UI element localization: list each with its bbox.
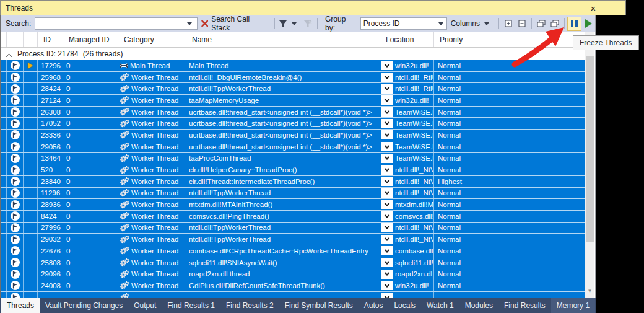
tab-memory-1[interactable]: Memory 1: [551, 298, 595, 313]
group-by-dropdown-icon[interactable]: [438, 22, 443, 25]
tab-threads[interactable]: Threads: [1, 298, 40, 313]
location-dropdown[interactable]: [381, 211, 393, 221]
expand-groups-button[interactable]: [502, 17, 515, 30]
reset-filter-button[interactable]: [301, 17, 315, 30]
flag-icon[interactable]: [11, 200, 20, 209]
header-managed-id[interactable]: Managed ID: [63, 32, 118, 47]
location-dropdown[interactable]: [381, 177, 393, 186]
close-icon[interactable]: ×: [585, 2, 601, 14]
scroll-down-icon[interactable]: ▼: [585, 286, 594, 296]
flag-icon[interactable]: [11, 61, 20, 70]
location-dropdown[interactable]: [381, 200, 393, 209]
flag-icon[interactable]: [11, 142, 20, 151]
location-dropdown[interactable]: [381, 165, 393, 175]
location-dropdown[interactable]: [381, 188, 393, 198]
header-flag-column[interactable]: [7, 32, 24, 47]
table-row[interactable]: 25808 0 Worker Thread sqlncli11.dll!SNIA…: [1, 257, 585, 269]
search-dropdown-icon[interactable]: [187, 22, 192, 25]
location-dropdown[interactable]: [381, 84, 393, 94]
location-dropdown[interactable]: [381, 281, 393, 290]
collapse-callstacks-button[interactable]: [534, 17, 548, 30]
table-row[interactable]: 23840 0 Worker Thread clr.dll!Thread::in…: [1, 176, 585, 188]
flag-icon[interactable]: [11, 165, 20, 175]
filter-flagged-button[interactable]: [277, 17, 301, 30]
flag-icon[interactable]: [11, 177, 20, 186]
freeze-threads-button[interactable]: [567, 17, 581, 31]
table-row[interactable]: 29056 0 Worker Thread ucrtbase.dll!threa…: [1, 141, 585, 153]
table-row[interactable]: 11296 0 Worker Thread ntdll.dll!TppWorke…: [1, 188, 585, 200]
table-row[interactable]: 8424 0 Worker Thread comsvcs.dll!PingThr…: [1, 211, 585, 223]
table-row[interactable]: 24008 0 Worker Thread GdiPlus.dll!DllRef…: [1, 280, 585, 292]
location-dropdown[interactable]: [381, 246, 393, 255]
flag-icon[interactable]: [11, 258, 20, 267]
header-id[interactable]: ID: [38, 32, 63, 47]
location-dropdown[interactable]: [381, 223, 393, 232]
table-row[interactable]: 25968 0 Worker Thread ntdll.dll!_DbgUiRe…: [1, 72, 585, 84]
flag-icon[interactable]: [11, 73, 20, 82]
flag-icon[interactable]: [11, 246, 20, 255]
table-row[interactable]: 27996 0 Worker Thread ntdll.dll!TppWorke…: [1, 223, 585, 234]
flag-icon[interactable]: [11, 130, 20, 139]
table-row[interactable]: 13464 0 Worker Thread taaProcComThread T…: [1, 153, 585, 165]
location-dropdown[interactable]: [381, 107, 393, 117]
scrollbar-thumb[interactable]: [586, 56, 594, 242]
vertical-scrollbar[interactable]: ▲ ▼: [585, 32, 594, 298]
search-call-stack-button[interactable]: Search Call Stack: [198, 17, 272, 30]
header-name[interactable]: Name: [186, 32, 380, 47]
location-dropdown[interactable]: [381, 95, 393, 105]
flag-icon[interactable]: [11, 95, 20, 105]
flag-icon[interactable]: [11, 293, 20, 298]
header-priority[interactable]: Priority: [434, 32, 482, 47]
tab-find-symbol-results[interactable]: Find Symbol Results: [279, 298, 359, 313]
tab-find-results-2[interactable]: Find Results 2: [220, 298, 279, 313]
flag-icon[interactable]: [11, 84, 20, 94]
tab-vault-pending-changes[interactable]: Vault Pending Changes: [40, 298, 128, 313]
table-row[interactable]: 28424 0 Worker Thread ntdll.dll!TppWorke…: [1, 83, 585, 95]
flag-icon[interactable]: [11, 154, 20, 163]
table-row[interactable]: 26308 0 Worker Thread ucrtbase.dll!threa…: [1, 107, 585, 118]
flag-icon[interactable]: [11, 270, 20, 279]
tab-output[interactable]: Output: [128, 298, 162, 313]
table-row[interactable]: 17296 0 Main Thread Main Thread win32u.d…: [1, 60, 585, 72]
tab-find-results[interactable]: Find Results: [498, 298, 551, 313]
flag-icon[interactable]: [11, 281, 20, 290]
location-dropdown[interactable]: [381, 258, 393, 267]
location-dropdown[interactable]: [381, 119, 393, 128]
tab-locals[interactable]: Locals: [388, 298, 421, 313]
search-input[interactable]: [35, 18, 185, 29]
location-dropdown[interactable]: [381, 154, 393, 163]
table-row[interactable]: 29032 0 Worker Thread ntdll.dll!TppWorke…: [1, 234, 585, 245]
tab-find-results-1[interactable]: Find Results 1: [162, 298, 220, 313]
header-current-column[interactable]: [24, 32, 38, 47]
flag-icon[interactable]: [11, 188, 20, 198]
location-dropdown[interactable]: [381, 73, 393, 82]
flag-icon[interactable]: [11, 107, 20, 117]
location-dropdown[interactable]: [381, 293, 393, 298]
table-row[interactable]: 17052 0 Worker Thread ucrtbase.dll!threa…: [1, 118, 585, 130]
collapse-group-icon[interactable]: [6, 53, 12, 60]
tab-watch-1[interactable]: Watch 1: [421, 298, 459, 313]
table-row[interactable]: 27124 0 Worker Thread taaMapMemoryUsage …: [1, 95, 585, 107]
location-dropdown[interactable]: [381, 235, 393, 244]
columns-button[interactable]: Columns: [447, 17, 496, 30]
table-row[interactable]: 520 0 Worker Thread clr.dll!HelperCanary…: [1, 164, 585, 176]
table-row[interactable]: [1, 292, 585, 298]
header-location[interactable]: Location: [380, 32, 434, 47]
flag-icon[interactable]: [11, 235, 20, 244]
group-by-combobox[interactable]: Process ID: [360, 17, 447, 30]
expand-callstacks-button[interactable]: [548, 17, 562, 30]
flag-icon[interactable]: [11, 223, 20, 232]
table-row[interactable]: 28936 0 Worker Thread mtxdm.dll!MTAInitT…: [1, 199, 585, 211]
filter-dropdown-icon[interactable]: [292, 22, 297, 25]
location-dropdown[interactable]: [381, 61, 393, 70]
thaw-threads-button[interactable]: [581, 17, 595, 30]
table-row[interactable]: 22676 0 Worker Thread combase.dll!CRpcTh…: [1, 245, 585, 257]
location-dropdown[interactable]: [381, 130, 393, 139]
tab-modules[interactable]: Modules: [459, 298, 498, 313]
table-row[interactable]: 29096 0 Worker Thread roapd2xn.dll threa…: [1, 268, 585, 280]
flag-icon[interactable]: [11, 211, 20, 221]
table-row[interactable]: 23336 0 Worker Thread ucrtbase.dll!threa…: [1, 130, 585, 141]
collapse-groups-button[interactable]: [515, 17, 529, 30]
tab-autos[interactable]: Autos: [359, 298, 389, 313]
header-category[interactable]: Category: [118, 32, 186, 47]
